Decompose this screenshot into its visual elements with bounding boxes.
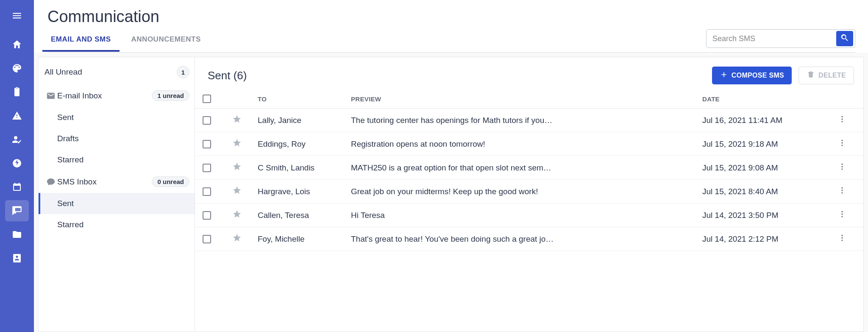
nav-contacts[interactable] — [5, 248, 29, 269]
svg-point-16 — [841, 237, 843, 238]
nav-user-check[interactable] — [5, 129, 29, 150]
row-checkbox[interactable] — [203, 235, 211, 243]
sidebar-item-label: All Unread — [45, 67, 177, 77]
table-row[interactable]: C Smith, LandisMATH250 is a great option… — [195, 156, 863, 180]
svg-point-4 — [841, 142, 843, 143]
svg-point-6 — [841, 164, 843, 165]
svg-point-15 — [841, 235, 843, 236]
table-row[interactable]: Lally, JaniceThe tutoring center has ope… — [195, 109, 863, 132]
nav-calendar[interactable] — [5, 176, 29, 198]
table-row[interactable]: Callen, TeresaHi TeresaJul 14, 2021 3:50… — [195, 204, 863, 227]
search-button[interactable] — [836, 31, 853, 46]
star-icon[interactable] — [232, 162, 258, 173]
panel-header: Sent (6) COMPOSE SMS DELETE — [195, 57, 863, 89]
svg-point-3 — [841, 140, 843, 141]
sidebar-email-sent[interactable]: Sent — [39, 107, 195, 128]
trash-icon — [807, 70, 815, 81]
star-icon[interactable] — [232, 114, 258, 126]
folders-sidebar: All Unread 1 E-mail Inbox 1 unread Sent … — [38, 57, 195, 332]
row-preview: Great job on your midterms! Keep up the … — [351, 187, 702, 196]
delete-button[interactable]: DELETE — [798, 67, 854, 84]
row-date: Jul 15, 2021 9:18 AM — [702, 139, 838, 149]
table-row[interactable]: Eddings, RoyRegistration opens at noon t… — [195, 132, 863, 156]
button-label: DELETE — [818, 72, 846, 79]
row-to: Eddings, Roy — [258, 139, 351, 149]
row-checkbox[interactable] — [203, 140, 211, 148]
row-more-button[interactable] — [838, 115, 859, 126]
sidebar-email-starred[interactable]: Starred — [39, 149, 195, 170]
menu-toggle[interactable] — [5, 5, 29, 26]
main: Communication EMAIL AND SMS ANNOUNCEMENT… — [34, 0, 868, 332]
svg-point-2 — [841, 121, 843, 122]
panel-title: Sent (6) — [208, 69, 247, 82]
svg-point-11 — [841, 192, 843, 193]
sidebar-item-label: Starred — [57, 220, 189, 229]
row-more-button[interactable] — [838, 234, 859, 244]
search-box — [706, 29, 855, 48]
sidebar-item-label: E-mail Inbox — [57, 91, 152, 100]
search-wrap — [706, 29, 855, 48]
table-body: Lally, JaniceThe tutoring center has ope… — [195, 109, 863, 251]
sidebar-sms-starred[interactable]: Starred — [39, 214, 195, 235]
sidebar-item-label: Sent — [57, 113, 189, 122]
tab-email-sms[interactable]: EMAIL AND SMS — [47, 30, 114, 51]
star-icon[interactable] — [232, 209, 258, 221]
row-to: Foy, Michelle — [258, 234, 351, 244]
row-more-button[interactable] — [838, 186, 859, 197]
page-title: Communication — [47, 8, 855, 26]
table-row[interactable]: Foy, MichelleThat's great to hear! You'v… — [195, 227, 863, 251]
row-to: Lally, Janice — [258, 116, 351, 125]
tab-announcements[interactable]: ANNOUNCEMENTS — [128, 30, 204, 51]
row-checkbox[interactable] — [203, 116, 211, 125]
svg-point-14 — [841, 216, 843, 217]
sidebar-item-label: Drafts — [57, 134, 189, 143]
select-all-checkbox[interactable] — [203, 95, 211, 103]
svg-point-12 — [841, 211, 843, 212]
table-row[interactable]: Hargrave, LoisGreat job on your midterms… — [195, 180, 863, 204]
star-icon[interactable] — [232, 186, 258, 197]
row-checkbox[interactable] — [203, 187, 211, 196]
nav-folder[interactable] — [5, 224, 29, 245]
sidebar-email-drafts[interactable]: Drafts — [39, 128, 195, 149]
panel-actions: COMPOSE SMS DELETE — [712, 67, 854, 84]
svg-point-9 — [841, 187, 843, 189]
svg-point-8 — [841, 168, 843, 170]
search-input[interactable] — [707, 34, 836, 43]
sidebar-sms-sent[interactable]: Sent — [39, 193, 195, 214]
star-icon[interactable] — [232, 138, 258, 150]
sidebar-item-label: Sent — [57, 199, 189, 208]
compose-sms-button[interactable]: COMPOSE SMS — [712, 67, 792, 84]
messages-panel: Sent (6) COMPOSE SMS DELETE — [195, 57, 864, 332]
row-checkbox[interactable] — [203, 164, 211, 172]
unread-badge: 1 unread — [152, 90, 189, 101]
nav-communication[interactable] — [5, 200, 29, 221]
row-more-button[interactable] — [838, 139, 859, 149]
row-to: Callen, Teresa — [258, 211, 351, 220]
row-more-button[interactable] — [838, 162, 859, 173]
content: All Unread 1 E-mail Inbox 1 unread Sent … — [34, 53, 868, 332]
nav-rail — [0, 0, 34, 332]
star-icon[interactable] — [232, 233, 258, 245]
sidebar-all-unread[interactable]: All Unread 1 — [39, 57, 195, 84]
row-checkbox[interactable] — [203, 211, 211, 220]
row-date: Jul 16, 2021 11:41 AM — [702, 116, 838, 125]
unread-badge: 0 unread — [152, 176, 189, 187]
nav-home[interactable] — [5, 34, 29, 55]
mail-icon — [45, 91, 57, 100]
col-preview: PREVIEW — [351, 95, 702, 103]
sidebar-sms-inbox[interactable]: SMS Inbox 0 unread — [39, 170, 195, 193]
sidebar-email-inbox[interactable]: E-mail Inbox 1 unread — [39, 84, 195, 107]
nav-alert[interactable] — [5, 105, 29, 126]
svg-point-0 — [841, 116, 843, 117]
row-more-button[interactable] — [838, 210, 859, 220]
nav-clipboard[interactable] — [5, 81, 29, 103]
row-to: C Smith, Landis — [258, 163, 351, 173]
svg-point-1 — [841, 118, 843, 120]
row-preview: MATH250 is a great option for that open … — [351, 163, 702, 173]
row-date: Jul 14, 2021 3:50 PM — [702, 211, 838, 220]
nav-bolt[interactable] — [5, 153, 29, 174]
unread-count-badge: 1 — [177, 66, 189, 78]
nav-palette[interactable] — [5, 58, 29, 79]
row-preview: Registration opens at noon tomorrow! — [351, 139, 702, 149]
col-date: DATE — [702, 95, 838, 103]
